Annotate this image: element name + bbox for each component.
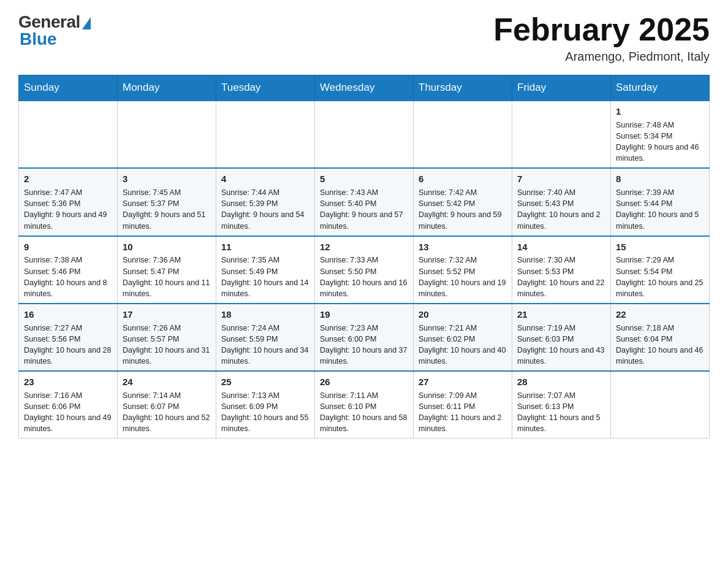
calendar-cell: 9Sunrise: 7:38 AMSunset: 5:46 PMDaylight… [19, 236, 118, 304]
day-info: Sunrise: 7:40 AMSunset: 5:43 PMDaylight:… [517, 187, 605, 232]
logo-triangle-icon [82, 17, 91, 29]
day-number: 6 [419, 172, 507, 186]
day-info: Sunrise: 7:26 AMSunset: 5:57 PMDaylight:… [123, 323, 211, 367]
calendar-cell: 24Sunrise: 7:14 AMSunset: 6:07 PMDayligh… [118, 371, 216, 439]
day-info: Sunrise: 7:27 AMSunset: 5:56 PMDaylight:… [24, 323, 112, 367]
calendar-cell: 3Sunrise: 7:45 AMSunset: 5:37 PMDaylight… [118, 168, 216, 236]
calendar-cell: 12Sunrise: 7:33 AMSunset: 5:50 PMDayligh… [315, 236, 414, 304]
day-number: 28 [517, 375, 605, 389]
day-of-week-header: Wednesday [315, 75, 414, 101]
day-info: Sunrise: 7:19 AMSunset: 6:03 PMDaylight:… [517, 323, 605, 367]
calendar-cell: 8Sunrise: 7:39 AMSunset: 5:44 PMDaylight… [611, 168, 710, 236]
day-info: Sunrise: 7:44 AMSunset: 5:39 PMDaylight:… [221, 187, 309, 232]
calendar-cell: 2Sunrise: 7:47 AMSunset: 5:36 PMDaylight… [19, 168, 118, 236]
day-info: Sunrise: 7:18 AMSunset: 6:04 PMDaylight:… [616, 323, 704, 367]
day-number: 14 [517, 240, 605, 254]
day-info: Sunrise: 7:48 AMSunset: 5:34 PMDaylight:… [616, 120, 704, 164]
day-number: 9 [24, 240, 112, 254]
day-number: 5 [320, 172, 408, 186]
day-of-week-header: Saturday [611, 75, 710, 101]
day-info: Sunrise: 7:29 AMSunset: 5:54 PMDaylight:… [616, 255, 704, 299]
page-header: General Blue February 2025 Aramengo, Pie… [18, 12, 710, 64]
calendar-cell: 16Sunrise: 7:27 AMSunset: 5:56 PMDayligh… [19, 304, 118, 371]
calendar-cell: 13Sunrise: 7:32 AMSunset: 5:52 PMDayligh… [414, 236, 512, 304]
calendar-cell [512, 101, 611, 168]
calendar-header-row: SundayMondayTuesdayWednesdayThursdayFrid… [19, 75, 710, 101]
calendar-cell: 14Sunrise: 7:30 AMSunset: 5:53 PMDayligh… [512, 236, 611, 304]
day-number: 12 [320, 240, 408, 254]
day-info: Sunrise: 7:36 AMSunset: 5:47 PMDaylight:… [123, 255, 211, 299]
day-number: 4 [221, 172, 309, 186]
calendar-cell [315, 101, 414, 168]
day-number: 2 [24, 172, 112, 186]
calendar-cell: 23Sunrise: 7:16 AMSunset: 6:06 PMDayligh… [19, 371, 118, 439]
day-info: Sunrise: 7:45 AMSunset: 5:37 PMDaylight:… [123, 187, 211, 232]
day-info: Sunrise: 7:16 AMSunset: 6:06 PMDaylight:… [24, 390, 112, 435]
day-info: Sunrise: 7:14 AMSunset: 6:07 PMDaylight:… [123, 390, 211, 435]
month-title: February 2025 [493, 12, 710, 47]
calendar-cell: 26Sunrise: 7:11 AMSunset: 6:10 PMDayligh… [315, 371, 414, 439]
calendar-cell: 28Sunrise: 7:07 AMSunset: 6:13 PMDayligh… [512, 371, 611, 439]
day-number: 25 [221, 375, 309, 389]
day-number: 19 [320, 308, 408, 321]
day-info: Sunrise: 7:33 AMSunset: 5:50 PMDaylight:… [320, 255, 408, 299]
calendar-cell: 18Sunrise: 7:24 AMSunset: 5:59 PMDayligh… [216, 304, 315, 371]
day-info: Sunrise: 7:21 AMSunset: 6:02 PMDaylight:… [419, 323, 507, 367]
calendar-cell: 17Sunrise: 7:26 AMSunset: 5:57 PMDayligh… [118, 304, 216, 371]
calendar-cell: 5Sunrise: 7:43 AMSunset: 5:40 PMDaylight… [315, 168, 414, 236]
day-number: 7 [517, 172, 605, 186]
day-info: Sunrise: 7:39 AMSunset: 5:44 PMDaylight:… [616, 187, 704, 232]
day-number: 11 [221, 240, 309, 254]
day-number: 1 [616, 105, 704, 118]
week-row: 9Sunrise: 7:38 AMSunset: 5:46 PMDaylight… [19, 236, 710, 304]
day-info: Sunrise: 7:11 AMSunset: 6:10 PMDaylight:… [320, 390, 408, 435]
day-info: Sunrise: 7:47 AMSunset: 5:36 PMDaylight:… [24, 187, 112, 232]
day-of-week-header: Sunday [19, 75, 118, 101]
day-number: 3 [123, 172, 211, 186]
title-block: February 2025 Aramengo, Piedmont, Italy [493, 12, 710, 64]
day-number: 21 [517, 308, 605, 321]
day-info: Sunrise: 7:30 AMSunset: 5:53 PMDaylight:… [517, 255, 605, 299]
calendar-cell [216, 101, 315, 168]
day-of-week-header: Monday [118, 75, 216, 101]
calendar-cell: 11Sunrise: 7:35 AMSunset: 5:49 PMDayligh… [216, 236, 315, 304]
logo-blue-text: Blue [20, 29, 57, 49]
calendar-cell: 6Sunrise: 7:42 AMSunset: 5:42 PMDaylight… [414, 168, 512, 236]
calendar-cell: 10Sunrise: 7:36 AMSunset: 5:47 PMDayligh… [118, 236, 216, 304]
week-row: 16Sunrise: 7:27 AMSunset: 5:56 PMDayligh… [19, 304, 710, 371]
day-of-week-header: Tuesday [216, 75, 315, 101]
day-number: 13 [419, 240, 507, 254]
day-number: 26 [320, 375, 408, 389]
calendar-cell [611, 371, 710, 439]
day-info: Sunrise: 7:35 AMSunset: 5:49 PMDaylight:… [221, 255, 309, 299]
calendar-cell: 21Sunrise: 7:19 AMSunset: 6:03 PMDayligh… [512, 304, 611, 371]
day-number: 17 [123, 308, 211, 321]
day-number: 23 [24, 375, 112, 389]
calendar-cell: 20Sunrise: 7:21 AMSunset: 6:02 PMDayligh… [414, 304, 512, 371]
calendar-cell: 22Sunrise: 7:18 AMSunset: 6:04 PMDayligh… [611, 304, 710, 371]
calendar-cell: 7Sunrise: 7:40 AMSunset: 5:43 PMDaylight… [512, 168, 611, 236]
day-info: Sunrise: 7:07 AMSunset: 6:13 PMDaylight:… [517, 390, 605, 435]
day-number: 18 [221, 308, 309, 321]
day-number: 8 [616, 172, 704, 186]
day-info: Sunrise: 7:24 AMSunset: 5:59 PMDaylight:… [221, 323, 309, 367]
calendar-cell: 15Sunrise: 7:29 AMSunset: 5:54 PMDayligh… [611, 236, 710, 304]
day-number: 15 [616, 240, 704, 254]
calendar-cell: 27Sunrise: 7:09 AMSunset: 6:11 PMDayligh… [414, 371, 512, 439]
calendar-cell [19, 101, 118, 168]
calendar-cell: 19Sunrise: 7:23 AMSunset: 6:00 PMDayligh… [315, 304, 414, 371]
calendar-cell: 4Sunrise: 7:44 AMSunset: 5:39 PMDaylight… [216, 168, 315, 236]
location: Aramengo, Piedmont, Italy [493, 50, 710, 64]
day-of-week-header: Thursday [414, 75, 512, 101]
calendar-cell [118, 101, 216, 168]
day-info: Sunrise: 7:42 AMSunset: 5:42 PMDaylight:… [419, 187, 507, 232]
day-number: 27 [419, 375, 507, 389]
calendar-cell: 1Sunrise: 7:48 AMSunset: 5:34 PMDaylight… [611, 101, 710, 168]
day-info: Sunrise: 7:13 AMSunset: 6:09 PMDaylight:… [221, 390, 309, 435]
day-number: 24 [123, 375, 211, 389]
day-info: Sunrise: 7:38 AMSunset: 5:46 PMDaylight:… [24, 255, 112, 299]
day-number: 22 [616, 308, 704, 321]
day-info: Sunrise: 7:09 AMSunset: 6:11 PMDaylight:… [419, 390, 507, 435]
day-info: Sunrise: 7:32 AMSunset: 5:52 PMDaylight:… [419, 255, 507, 299]
day-info: Sunrise: 7:43 AMSunset: 5:40 PMDaylight:… [320, 187, 408, 232]
